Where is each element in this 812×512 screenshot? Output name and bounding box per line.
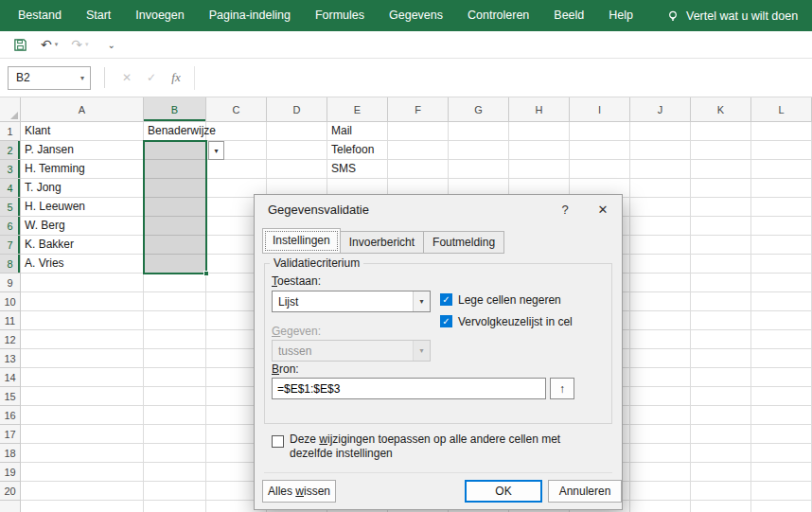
apply-all-checkbox[interactable]: ✓ (272, 435, 284, 448)
redo-button[interactable]: ↷ ▾ (67, 36, 92, 53)
cell-a12[interactable] (21, 330, 144, 349)
redo-dropdown-icon[interactable]: ▾ (85, 41, 89, 48)
cell-a2[interactable]: P. Jansen (21, 141, 144, 160)
cell-k21[interactable] (691, 501, 751, 512)
cell-k4[interactable] (691, 179, 751, 198)
cell-e3[interactable]: SMS (327, 160, 388, 179)
cell-j20[interactable] (630, 482, 691, 501)
cell-h1[interactable] (509, 122, 570, 141)
cell-j10[interactable] (630, 292, 691, 311)
cell-l18[interactable] (751, 444, 812, 463)
row-header-21[interactable] (0, 501, 21, 512)
cell-i3[interactable] (570, 160, 630, 179)
cell-k10[interactable] (691, 292, 751, 311)
column-header-g[interactable]: G (449, 97, 509, 122)
cell-j6[interactable] (630, 217, 691, 236)
cell-a17[interactable] (21, 425, 144, 444)
cell-b1[interactable]: Benaderwijze (144, 122, 206, 141)
cell-j16[interactable] (630, 406, 691, 425)
customize-qat-button[interactable]: ⌄ (98, 38, 119, 52)
cell-l20[interactable] (751, 482, 812, 501)
cell-g1[interactable] (449, 122, 509, 141)
undo-dropdown-icon[interactable]: ▾ (55, 41, 59, 48)
cell-j17[interactable] (630, 425, 691, 444)
cell-g2[interactable] (449, 141, 509, 160)
cell-k15[interactable] (691, 387, 751, 406)
cell-j3[interactable] (630, 160, 691, 179)
cell-j1[interactable] (630, 122, 691, 141)
cell-d3[interactable] (267, 160, 327, 179)
cell-j5[interactable] (630, 198, 691, 217)
ribbon-tab-start[interactable]: Start (74, 0, 123, 31)
cell-k18[interactable] (691, 444, 751, 463)
cell-i1[interactable] (570, 122, 630, 141)
cell-a20[interactable] (21, 482, 144, 501)
cell-a7[interactable]: K. Bakker (21, 236, 144, 255)
cell-f1[interactable] (388, 122, 449, 141)
cell-l11[interactable] (751, 311, 812, 330)
row-header-14[interactable]: 14 (0, 368, 21, 387)
column-header-c[interactable]: C (206, 97, 267, 122)
cell-k13[interactable] (691, 349, 751, 368)
ribbon-tab-beeld[interactable]: Beeld (541, 0, 596, 31)
cell-f2[interactable] (388, 141, 449, 160)
select-all-corner[interactable] (0, 97, 21, 122)
row-header-7[interactable]: 7 (0, 236, 21, 255)
cell-c1[interactable] (206, 122, 267, 141)
ribbon-tab-gegevens[interactable]: Gegevens (377, 0, 455, 31)
cell-j15[interactable] (630, 387, 691, 406)
row-header-13[interactable]: 13 (0, 349, 21, 368)
cell-a11[interactable] (21, 311, 144, 330)
cell-e1[interactable]: Mail (327, 122, 388, 141)
row-header-17[interactable]: 17 (0, 425, 21, 444)
cell-k5[interactable] (691, 198, 751, 217)
cell-k8[interactable] (691, 255, 751, 274)
cell-a14[interactable] (21, 368, 144, 387)
ribbon-tab-invoegen[interactable]: Invoegen (123, 0, 196, 31)
cell-b10[interactable] (144, 292, 206, 311)
cell-k3[interactable] (691, 160, 751, 179)
dialog-close-button[interactable]: ✕ (584, 195, 622, 223)
cell-b11[interactable] (144, 311, 206, 330)
cell-k12[interactable] (691, 330, 751, 349)
row-header-8[interactable]: 8 (0, 255, 21, 274)
cell-b16[interactable] (144, 406, 206, 425)
cell-l14[interactable] (751, 368, 812, 387)
column-header-l[interactable]: L (751, 97, 812, 122)
ignore-blank-checkbox[interactable]: ✓ (440, 293, 452, 306)
cell-l8[interactable] (751, 255, 812, 274)
apply-all-label[interactable]: Deze wijzigingen toepassen op alle ander… (290, 433, 604, 461)
row-header-5[interactable]: 5 (0, 198, 21, 217)
cell-b20[interactable] (144, 482, 206, 501)
row-header-12[interactable]: 12 (0, 330, 21, 349)
row-header-2[interactable]: 2 (0, 141, 21, 160)
dialog-titlebar[interactable]: Gegevensvalidatie ? ✕ (255, 195, 622, 223)
row-header-9[interactable]: 9 (0, 274, 21, 292)
cell-j18[interactable] (630, 444, 691, 463)
cell-b19[interactable] (144, 463, 206, 482)
cancel-button[interactable]: Annuleren (548, 480, 622, 503)
cell-b15[interactable] (144, 387, 206, 406)
cell-a9[interactable] (21, 274, 144, 292)
column-header-h[interactable]: H (509, 97, 570, 122)
cell-j11[interactable] (630, 311, 691, 330)
cell-a1[interactable]: Klant (21, 122, 144, 141)
row-header-6[interactable]: 6 (0, 217, 21, 236)
cell-b18[interactable] (144, 444, 206, 463)
cell-b21[interactable] (144, 501, 206, 512)
cell-h3[interactable] (509, 160, 570, 179)
cell-a21[interactable] (21, 501, 144, 512)
cell-j13[interactable] (630, 349, 691, 368)
cell-b12[interactable] (144, 330, 206, 349)
row-header-10[interactable]: 10 (0, 292, 21, 311)
column-header-d[interactable]: D (267, 97, 327, 122)
cell-l21[interactable] (751, 501, 812, 512)
name-box-dropdown-icon[interactable]: ▾ (75, 74, 90, 82)
cell-a13[interactable] (21, 349, 144, 368)
cell-l9[interactable] (751, 274, 812, 292)
cell-j12[interactable] (630, 330, 691, 349)
cell-e2[interactable]: Telefoon (327, 141, 388, 160)
cell-k20[interactable] (691, 482, 751, 501)
tab-foutmelding[interactable]: Foutmelding (424, 231, 504, 254)
row-header-16[interactable]: 16 (0, 406, 21, 425)
